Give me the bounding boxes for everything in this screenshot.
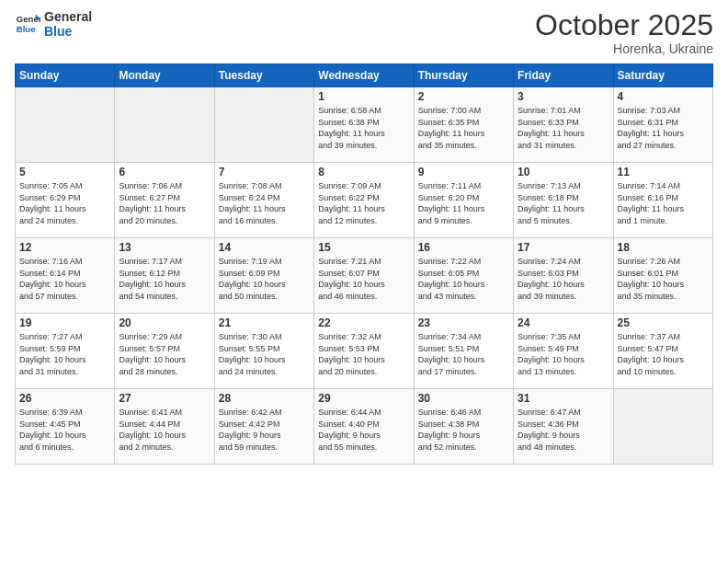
weekday-wednesday: Wednesday — [314, 64, 414, 87]
table-row: 1Sunrise: 6:58 AM Sunset: 6:38 PM Daylig… — [314, 87, 414, 163]
cell-text: Sunrise: 7:21 AM Sunset: 6:07 PM Dayligh… — [318, 256, 409, 302]
day-number: 4 — [618, 90, 709, 103]
cell-text: Sunrise: 6:47 AM Sunset: 4:36 PM Dayligh… — [518, 407, 609, 453]
table-row: 23Sunrise: 7:34 AM Sunset: 5:51 PM Dayli… — [414, 314, 513, 389]
cell-text: Sunrise: 7:35 AM Sunset: 5:49 PM Dayligh… — [518, 331, 609, 377]
table-row — [16, 87, 115, 163]
table-row: 16Sunrise: 7:22 AM Sunset: 6:05 PM Dayli… — [414, 238, 513, 314]
day-number: 30 — [418, 392, 509, 405]
cell-text: Sunrise: 7:27 AM Sunset: 5:59 PM Dayligh… — [19, 331, 110, 377]
day-number: 3 — [518, 90, 609, 103]
day-number: 19 — [19, 316, 110, 329]
cell-text: Sunrise: 6:58 AM Sunset: 6:38 PM Dayligh… — [318, 105, 409, 151]
cell-text: Sunrise: 7:29 AM Sunset: 5:57 PM Dayligh… — [119, 331, 210, 377]
cell-text: Sunrise: 6:44 AM Sunset: 4:40 PM Dayligh… — [318, 407, 409, 453]
month-title: October 2025 — [535, 9, 713, 41]
table-row: 9Sunrise: 7:11 AM Sunset: 6:20 PM Daylig… — [414, 163, 513, 238]
calendar-body: 1Sunrise: 6:58 AM Sunset: 6:38 PM Daylig… — [16, 87, 713, 465]
calendar-week-5: 26Sunrise: 6:39 AM Sunset: 4:45 PM Dayli… — [16, 389, 713, 465]
day-number: 7 — [219, 166, 310, 178]
weekday-saturday: Saturday — [613, 64, 712, 87]
day-number: 21 — [219, 316, 310, 329]
table-row: 20Sunrise: 7:29 AM Sunset: 5:57 PM Dayli… — [115, 314, 214, 389]
day-number: 25 — [618, 316, 709, 329]
table-row: 4Sunrise: 7:03 AM Sunset: 6:31 PM Daylig… — [613, 87, 712, 163]
cell-text: Sunrise: 7:19 AM Sunset: 6:09 PM Dayligh… — [219, 256, 310, 302]
day-number: 12 — [19, 241, 110, 254]
table-row — [115, 87, 214, 163]
day-number: 18 — [618, 241, 709, 254]
day-number: 16 — [418, 241, 509, 254]
table-row: 30Sunrise: 6:46 AM Sunset: 4:38 PM Dayli… — [414, 389, 513, 465]
calendar: SundayMondayTuesdayWednesdayThursdayFrid… — [15, 63, 713, 465]
cell-text: Sunrise: 7:03 AM Sunset: 6:31 PM Dayligh… — [618, 105, 709, 151]
cell-text: Sunrise: 7:37 AM Sunset: 5:47 PM Dayligh… — [618, 331, 709, 377]
table-row: 8Sunrise: 7:09 AM Sunset: 6:22 PM Daylig… — [314, 163, 414, 238]
table-row: 29Sunrise: 6:44 AM Sunset: 4:40 PM Dayli… — [314, 389, 414, 465]
table-row: 18Sunrise: 7:26 AM Sunset: 6:01 PM Dayli… — [613, 238, 712, 314]
day-number: 13 — [119, 241, 210, 254]
weekday-monday: Monday — [115, 64, 214, 87]
table-row: 26Sunrise: 6:39 AM Sunset: 4:45 PM Dayli… — [16, 389, 115, 465]
cell-text: Sunrise: 7:32 AM Sunset: 5:53 PM Dayligh… — [318, 331, 409, 377]
day-number: 15 — [318, 241, 409, 254]
cell-text: Sunrise: 7:24 AM Sunset: 6:03 PM Dayligh… — [518, 256, 609, 302]
day-number: 1 — [318, 90, 409, 103]
logo-general-text: General — [44, 9, 92, 24]
day-number: 14 — [219, 241, 310, 254]
day-number: 9 — [418, 166, 509, 178]
cell-text: Sunrise: 7:26 AM Sunset: 6:01 PM Dayligh… — [618, 256, 709, 302]
day-number: 31 — [518, 392, 609, 405]
cell-text: Sunrise: 7:34 AM Sunset: 5:51 PM Dayligh… — [418, 331, 509, 377]
day-number: 10 — [518, 166, 609, 178]
day-number: 17 — [518, 241, 609, 254]
table-row: 17Sunrise: 7:24 AM Sunset: 6:03 PM Dayli… — [514, 238, 613, 314]
title-block: October 2025 Horenka, Ukraine — [535, 9, 713, 56]
logo-blue-text: Blue — [44, 24, 92, 39]
day-number: 8 — [318, 166, 409, 178]
weekday-thursday: Thursday — [414, 64, 513, 87]
cell-text: Sunrise: 6:41 AM Sunset: 4:44 PM Dayligh… — [119, 407, 210, 453]
table-row: 22Sunrise: 7:32 AM Sunset: 5:53 PM Dayli… — [314, 314, 414, 389]
table-row: 11Sunrise: 7:14 AM Sunset: 6:16 PM Dayli… — [613, 163, 712, 238]
table-row: 5Sunrise: 7:05 AM Sunset: 6:29 PM Daylig… — [16, 163, 115, 238]
page-header: General Blue General Blue October 2025 H… — [15, 9, 713, 56]
calendar-week-3: 12Sunrise: 7:16 AM Sunset: 6:14 PM Dayli… — [16, 238, 713, 314]
cell-text: Sunrise: 7:01 AM Sunset: 6:33 PM Dayligh… — [518, 105, 609, 151]
table-row: 3Sunrise: 7:01 AM Sunset: 6:33 PM Daylig… — [514, 87, 613, 163]
cell-text: Sunrise: 7:16 AM Sunset: 6:14 PM Dayligh… — [19, 256, 110, 302]
weekday-header-row: SundayMondayTuesdayWednesdayThursdayFrid… — [16, 64, 713, 87]
cell-text: Sunrise: 7:09 AM Sunset: 6:22 PM Dayligh… — [318, 180, 409, 226]
cell-text: Sunrise: 7:14 AM Sunset: 6:16 PM Dayligh… — [618, 180, 709, 226]
calendar-header: SundayMondayTuesdayWednesdayThursdayFrid… — [16, 64, 713, 87]
table-row — [613, 389, 712, 465]
table-row: 27Sunrise: 6:41 AM Sunset: 4:44 PM Dayli… — [115, 389, 214, 465]
table-row — [214, 87, 313, 163]
cell-text: Sunrise: 7:17 AM Sunset: 6:12 PM Dayligh… — [119, 256, 210, 302]
cell-text: Sunrise: 7:00 AM Sunset: 6:35 PM Dayligh… — [418, 105, 509, 151]
table-row: 31Sunrise: 6:47 AM Sunset: 4:36 PM Dayli… — [514, 389, 613, 465]
day-number: 24 — [518, 316, 609, 329]
day-number: 27 — [119, 392, 210, 405]
table-row: 25Sunrise: 7:37 AM Sunset: 5:47 PM Dayli… — [613, 314, 712, 389]
svg-text:Blue: Blue — [17, 24, 36, 34]
calendar-week-4: 19Sunrise: 7:27 AM Sunset: 5:59 PM Dayli… — [16, 314, 713, 389]
table-row: 6Sunrise: 7:06 AM Sunset: 6:27 PM Daylig… — [115, 163, 214, 238]
day-number: 23 — [418, 316, 509, 329]
day-number: 2 — [418, 90, 509, 103]
cell-text: Sunrise: 6:39 AM Sunset: 4:45 PM Dayligh… — [19, 407, 110, 453]
table-row: 14Sunrise: 7:19 AM Sunset: 6:09 PM Dayli… — [214, 238, 313, 314]
weekday-sunday: Sunday — [16, 64, 115, 87]
table-row: 12Sunrise: 7:16 AM Sunset: 6:14 PM Dayli… — [16, 238, 115, 314]
cell-text: Sunrise: 7:08 AM Sunset: 6:24 PM Dayligh… — [219, 180, 310, 226]
day-number: 26 — [19, 392, 110, 405]
day-number: 29 — [318, 392, 409, 405]
weekday-tuesday: Tuesday — [214, 64, 313, 87]
cell-text: Sunrise: 7:30 AM Sunset: 5:55 PM Dayligh… — [219, 331, 310, 377]
table-row: 21Sunrise: 7:30 AM Sunset: 5:55 PM Dayli… — [214, 314, 313, 389]
day-number: 20 — [119, 316, 210, 329]
table-row: 2Sunrise: 7:00 AM Sunset: 6:35 PM Daylig… — [414, 87, 513, 163]
logo-icon: General Blue — [15, 11, 40, 37]
table-row: 24Sunrise: 7:35 AM Sunset: 5:49 PM Dayli… — [514, 314, 613, 389]
table-row: 7Sunrise: 7:08 AM Sunset: 6:24 PM Daylig… — [214, 163, 313, 238]
